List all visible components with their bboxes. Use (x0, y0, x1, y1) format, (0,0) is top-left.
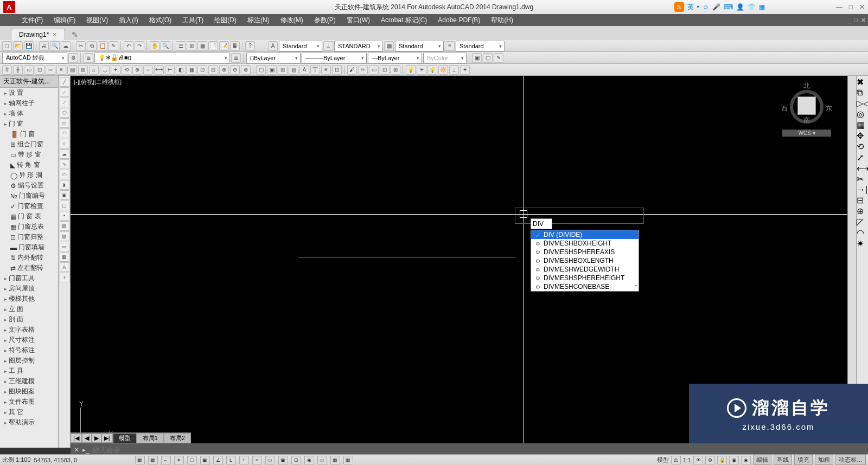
menu-edit[interactable]: 编辑(E) (48, 16, 81, 25)
new-icon[interactable]: □ (2, 41, 12, 51)
cut-icon[interactable]: ✂ (76, 41, 86, 51)
spline-icon[interactable]: ∿ (60, 159, 69, 169)
rect-icon[interactable]: ▭ (60, 118, 69, 128)
view-label[interactable]: [-][俯视][二维线框] (74, 78, 122, 86)
move-icon[interactable]: ✥ (857, 131, 868, 141)
join-icon[interactable]: ⊕ (857, 206, 868, 216)
ann-scale[interactable]: 1:1 (683, 457, 691, 463)
t-btn[interactable]: ▤ (289, 65, 298, 75)
t-btn[interactable]: ⟷ (154, 65, 164, 75)
minimize-button[interactable]: — (836, 3, 843, 11)
toggle-edit[interactable]: 编辑 (753, 455, 771, 465)
compass-e[interactable]: 东 (826, 104, 832, 113)
panel-item[interactable]: 文字表格 (0, 325, 58, 335)
revcloud-icon[interactable]: ☁ (60, 149, 69, 159)
panel-item[interactable]: 门窗工具 (0, 273, 58, 283)
scroll-down-icon[interactable]: ˅ (635, 285, 637, 290)
layout-tab-2[interactable]: 布局2 (164, 433, 191, 443)
t-btn[interactable]: ▭ (369, 65, 379, 75)
t-btn[interactable]: ⊢ (165, 65, 175, 75)
menu-modify[interactable]: 修改(M) (275, 16, 309, 25)
block-icon[interactable]: ▢ (60, 201, 69, 210)
t-btn[interactable]: ▢ (256, 65, 266, 75)
layout-tab-model[interactable]: 模型 (113, 433, 137, 443)
doc-tab-drawing1[interactable]: Drawing1* ✕ (11, 29, 65, 40)
qp-toggle[interactable]: ▣ (278, 456, 288, 464)
ime-grid-icon[interactable]: ▦ (759, 3, 765, 11)
isolate-icon[interactable]: ◉ (741, 456, 751, 464)
preview-icon[interactable]: 🔍 (50, 41, 60, 51)
point-icon[interactable]: • (60, 211, 69, 221)
tablestyle-drop[interactable]: Standard (395, 41, 444, 51)
t-btn[interactable]: ⊡ (35, 65, 44, 75)
arc-icon[interactable]: ◠ (60, 128, 69, 138)
help-icon[interactable]: ? (245, 41, 255, 51)
am-toggle[interactable]: ◉ (304, 456, 314, 464)
lwt-toggle[interactable]: ≡ (252, 456, 262, 464)
stretch-icon[interactable]: ⟷ (857, 163, 868, 173)
t-btn[interactable]: ✏ (358, 65, 368, 75)
menu-dim[interactable]: 标注(N) (242, 16, 275, 25)
panel-item[interactable]: ▦门窗总表 (0, 222, 58, 232)
layout-tab-1[interactable]: 布局1 (137, 433, 164, 443)
xline-icon[interactable]: ⟋ (60, 87, 69, 97)
textstyle-drop[interactable]: Standard (279, 41, 322, 51)
layer-mgr-icon[interactable]: ≣ (84, 53, 93, 63)
snap-toggle[interactable]: ▦ (135, 456, 145, 464)
insert-block-icon[interactable]: ▣ (472, 53, 482, 63)
ortho-toggle[interactable]: ⌐ (161, 456, 171, 464)
autocomplete-item[interactable]: ⚙DIVMESHCONEBASE (531, 282, 639, 291)
ime-emoji-icon[interactable]: ☺ (703, 3, 709, 11)
t-btn[interactable]: ⊞ (78, 65, 88, 75)
ellipse-icon[interactable]: ⬭ (60, 170, 69, 179)
toggle-fill[interactable]: 填充 (794, 455, 813, 465)
ann-scale-icon[interactable]: ⚖ (671, 456, 681, 464)
panel-item[interactable]: ▬门窗填墙 (0, 242, 58, 253)
save-icon[interactable]: 💾 (24, 41, 34, 51)
properties-icon[interactable]: ☰ (176, 41, 186, 51)
ellipse-arc-icon[interactable]: ◗ (60, 180, 69, 190)
tpy-toggle[interactable]: ▭ (265, 456, 275, 464)
status-scale[interactable]: 比例 1:100 (2, 456, 31, 464)
menu-pdf[interactable]: Adobe PDF(B) (432, 16, 486, 24)
tab-add-button[interactable]: ✎ (68, 29, 81, 40)
t-btn[interactable]: ⊕ (132, 65, 142, 75)
autocomplete-item[interactable]: ⟋DIV (DIVIDE) (531, 230, 639, 239)
menu-draw[interactable]: 绘图(D) (209, 16, 242, 25)
panel-item[interactable]: 门 窗 (0, 119, 58, 129)
rotate-icon[interactable]: ⟲ (857, 141, 868, 152)
otrack-toggle[interactable]: ∠ (213, 456, 223, 464)
panel-item[interactable]: 轴网柱子 (0, 98, 58, 108)
t-btn[interactable]: ✦ (460, 65, 470, 75)
plotstyle-drop[interactable]: ByColor (423, 53, 467, 63)
trim-icon[interactable]: ✂ (857, 174, 868, 184)
compass-s[interactable]: 南 (782, 115, 831, 125)
ime-user-icon[interactable]: 👤 (736, 3, 744, 11)
compass-w[interactable]: 西 (781, 104, 788, 113)
t-btn[interactable]: ═ (46, 65, 55, 75)
3dosnap-toggle[interactable]: ▣ (200, 456, 210, 464)
mdi-min[interactable]: _ (847, 17, 851, 24)
make-block-icon[interactable]: ▢ (483, 53, 493, 63)
maximize-button[interactable]: □ (849, 3, 853, 11)
cmdline-close-icon[interactable]: ✕ (74, 446, 79, 454)
menu-insert[interactable]: 插入(I) (113, 16, 143, 25)
array-icon[interactable]: ▦ (857, 120, 868, 130)
linetype-drop[interactable]: ——— ByLayer (302, 53, 367, 63)
workspace-drop[interactable]: AutoCAD 经典 (2, 53, 67, 63)
t-btn[interactable]: ⌂ (89, 65, 99, 75)
panel-item[interactable]: 帮助演示 (0, 417, 58, 428)
panel-item[interactable]: 图块图案 (0, 386, 58, 397)
compass-n[interactable]: 北 (782, 81, 831, 91)
tab-close-icon[interactable]: ✕ (52, 31, 57, 38)
ann-vis-icon[interactable]: 👁 (693, 456, 703, 464)
mdi-close[interactable]: ✕ (861, 17, 866, 24)
menu-tools[interactable]: 工具(T) (177, 16, 209, 25)
panel-item[interactable]: ⇅内外翻转 (0, 253, 58, 263)
panel-item[interactable]: 尺寸标注 (0, 335, 58, 345)
paste-icon[interactable]: 📋 (98, 41, 107, 51)
dimstyle-drop[interactable]: STANDARD (334, 41, 383, 51)
autocomplete-item[interactable]: ⚙DIVMESHBOXLENGTH (531, 256, 639, 265)
panel-item[interactable]: ⊡门窗归整 (0, 232, 58, 242)
autocomplete-item[interactable]: ⚙DIVMESHSPHEREHEIGHT (531, 274, 639, 282)
